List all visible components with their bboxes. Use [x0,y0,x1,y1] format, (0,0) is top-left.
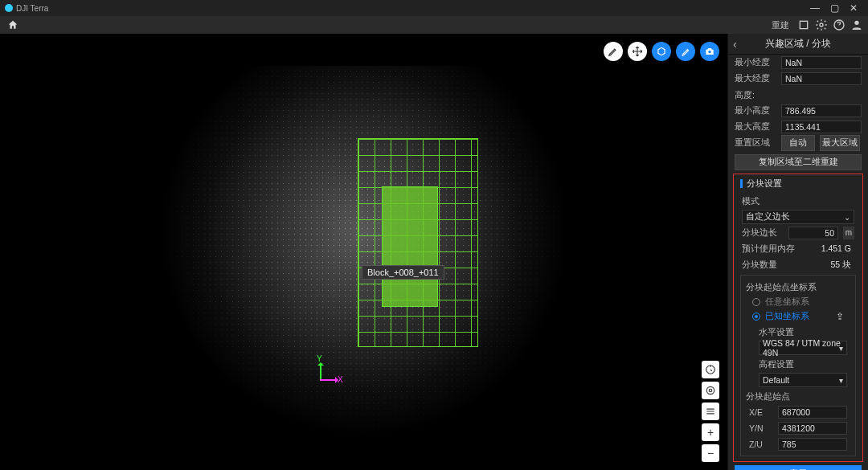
compass-icon[interactable] [702,361,719,378]
origin-crs-box: 分块起始点坐标系 任意坐标系 已知坐标系⇪ 水平设置 WGS 84 / UTM … [740,275,856,456]
brush-icon[interactable] [676,42,695,61]
origin-point-label: 分块起始点 [743,388,854,404]
crs-arbitrary-radio[interactable]: 任意坐标系 [743,295,854,309]
block-tooltip: Block_+008_+011 [362,265,444,280]
vert-crs-value: Default [763,375,789,385]
block-tooltip-text: Block_+008_+011 [367,268,439,277]
axis-gizmo: Y X [313,355,346,387]
camera-icon[interactable] [700,42,719,61]
x-axis-icon [320,379,338,381]
import-crs-icon[interactable]: ⇪ [836,311,844,322]
min-lon-label: 最小经度 [735,57,776,68]
window-minimize-button[interactable]: — [805,2,825,14]
zoom-in-button[interactable]: + [702,423,719,441]
tile-count-value: 55 块 [788,259,854,272]
vert-crs-label: 高程设置 [752,356,854,372]
tile-mem-label: 预计使用内存 [742,243,798,255]
max-alt-label: 最大高度 [735,121,776,133]
min-alt-value[interactable]: 786.495 [781,104,862,117]
copy-region-button[interactable]: 复制区域至二维重建 [735,154,862,170]
svg-point-6 [706,386,714,394]
vert-crs-select[interactable]: Default▾ [759,373,847,387]
origin-crs-label: 分块起始点坐标系 [743,279,854,295]
min-lon-value[interactable]: NaN [781,56,862,69]
tile-settings-box: 分块设置 模式 自定义边长⌄ 分块边长50m 预计使用内存1.451 G 分块数… [733,174,863,462]
tile-count-label: 分块数量 [742,260,784,271]
horiz-crs-label: 水平设置 [752,324,854,340]
y-axis-label: Y [317,354,322,363]
max-region-button[interactable]: 最大区域 [820,135,860,151]
user-icon[interactable] [850,18,863,31]
x-axis-label: X [338,375,343,384]
window-close-button[interactable]: ✕ [844,2,863,14]
tile-mode-value: 自定义边长 [746,211,790,223]
altitude-group-label: 高度: [728,87,868,103]
viewport-edge-tools: + − [702,361,719,462]
crs-known-radio[interactable]: 已知坐标系⇪ [743,309,854,324]
tile-section-title: 分块设置 [747,178,782,190]
section-accent-icon [740,179,743,188]
selected-block [382,186,438,307]
window-maximize-button[interactable]: ▢ [825,2,844,14]
crs-known-label: 已知坐标系 [765,311,809,322]
tile-mode-select[interactable]: 自定义边长⌄ [742,210,854,224]
panel-back-button[interactable]: ‹ [733,38,737,51]
polygon-icon[interactable] [652,42,671,61]
xe-value[interactable]: 687000 [778,406,847,419]
panel-title: 兴趣区域 / 分块 [765,37,831,51]
svg-point-1 [820,23,823,27]
svg-rect-0 [800,21,807,28]
svg-point-4 [708,51,711,54]
reset-region-label: 重置区域 [735,137,776,149]
stack-icon[interactable] [702,403,719,420]
chevron-down-icon: ▾ [839,344,843,353]
chevron-down-icon: ▾ [839,376,843,385]
reconstruct-label[interactable]: 重建 [772,19,789,31]
yn-value[interactable]: 4381200 [778,422,847,435]
horiz-crs-select[interactable]: WGS 84 / UTM zone 49N▾ [759,341,847,355]
move-icon[interactable] [628,42,647,61]
max-lon-label: 最大经度 [735,73,776,84]
horiz-crs-value: WGS 84 / UTM zone 49N [763,338,843,358]
pen-icon[interactable] [604,42,623,61]
viewport-top-tools [604,42,719,61]
y-axis-icon [320,363,321,381]
max-lon-value[interactable]: NaN [781,72,862,85]
zu-label: Z/U [749,439,773,449]
svg-point-3 [854,21,858,25]
properties-panel: ‹ 兴趣区域 / 分块 最小经度NaN 最大经度NaN 高度: 最小高度786.… [727,34,868,470]
apply-button[interactable]: 应用 [735,465,862,470]
3d-viewport[interactable]: Block_+008_+011 Y X + − [0,34,727,470]
tile-edge-label: 分块边长 [742,227,784,239]
crs-arbitrary-label: 任意坐标系 [765,296,809,308]
gear-icon[interactable] [815,18,828,31]
svg-point-7 [709,389,712,392]
panel-header: ‹ 兴趣区域 / 分块 [728,34,868,55]
app-title: DJI Terra [16,4,48,13]
help-icon[interactable] [833,18,845,31]
home-button[interactable] [5,18,21,31]
chevron-down-icon: ⌄ [844,213,850,222]
radio-icon [752,298,760,306]
app-logo-icon [5,4,13,12]
top-toolbar: 重建 [0,16,868,34]
tile-mode-label: 模式 [735,193,861,209]
max-alt-value[interactable]: 1135.441 [781,121,862,133]
auto-region-button[interactable]: 自动 [781,135,815,151]
zu-value[interactable]: 785 [778,438,847,451]
yn-label: Y/N [749,423,773,433]
title-bar: DJI Terra — ▢ ✕ [0,0,868,16]
radio-icon [752,313,760,321]
tile-edge-unit: m [843,227,854,239]
zoom-out-button[interactable]: − [702,444,719,462]
tile-edge-value[interactable]: 50 [788,227,838,239]
min-alt-label: 最小高度 [735,105,776,116]
xe-label: X/E [749,407,773,417]
tile-mem-value: 1.451 G [803,243,854,255]
box-icon[interactable] [797,18,810,31]
layers-icon[interactable] [702,382,719,399]
